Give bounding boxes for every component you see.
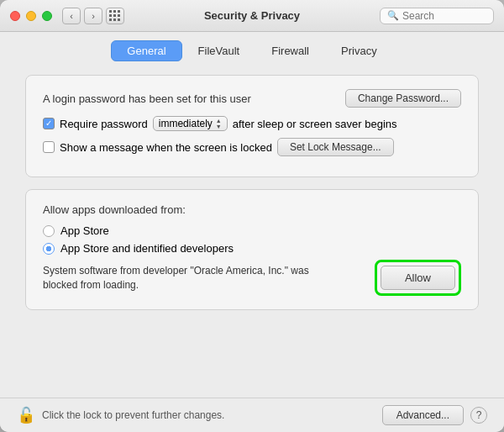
show-message-checkbox[interactable]	[43, 141, 55, 153]
window: ‹ › Security & Privacy 🔍 General FileVau…	[0, 0, 504, 432]
bottom-right: Advanced... ?	[382, 405, 487, 425]
search-box[interactable]: 🔍	[380, 8, 494, 24]
maximize-button[interactable]	[42, 11, 52, 21]
lock-icon[interactable]: 🔓	[17, 406, 35, 424]
tab-general[interactable]: General	[111, 40, 181, 61]
tab-filevault[interactable]: FileVault	[182, 40, 256, 61]
tab-privacy[interactable]: Privacy	[325, 40, 393, 61]
appstore-identified-label: App Store and identified developers	[60, 242, 234, 255]
login-text: A login password has been set for this u…	[43, 92, 251, 105]
appstore-label: App Store	[60, 224, 109, 237]
tabs-bar: General FileVault Firewall Privacy	[0, 32, 504, 61]
main-panel: A login password has been set for this u…	[0, 61, 504, 398]
appstore-radio[interactable]	[43, 225, 55, 237]
nav-buttons: ‹ ›	[62, 8, 102, 24]
after-sleep-label: after sleep or screen saver begins	[233, 118, 397, 130]
allow-title: Allow apps downloaded from:	[43, 203, 461, 216]
login-row: A login password has been set for this u…	[43, 89, 461, 108]
allow-section: Allow apps downloaded from: App Store Ap…	[25, 189, 479, 310]
grid-icon	[109, 10, 121, 22]
password-timing-dropdown[interactable]: immediately ▲ ▼	[153, 116, 228, 131]
close-button[interactable]	[10, 11, 20, 21]
tab-firewall[interactable]: Firewall	[255, 40, 325, 61]
allow-button-highlight: Allow	[375, 260, 461, 296]
dropdown-arrows-icon: ▲ ▼	[216, 118, 222, 129]
oracle-row: System software from developer "Oracle A…	[43, 260, 461, 296]
minimize-button[interactable]	[26, 11, 36, 21]
allow-button[interactable]: Allow	[381, 266, 455, 290]
back-button[interactable]: ‹	[62, 8, 81, 24]
dropdown-value: immediately	[159, 118, 213, 129]
lock-text: Click the lock to prevent further change…	[42, 409, 224, 421]
content-area: General FileVault Firewall Privacy A log…	[0, 32, 504, 398]
appstore-identified-radio[interactable]	[43, 243, 55, 255]
advanced-button[interactable]: Advanced...	[382, 405, 464, 425]
change-password-button[interactable]: Change Password...	[345, 89, 461, 108]
forward-button[interactable]: ›	[84, 8, 102, 24]
help-button[interactable]: ?	[470, 407, 487, 424]
show-message-row: Show a message when the screen is locked…	[43, 138, 461, 156]
appstore-radio-row: App Store	[43, 224, 461, 237]
oracle-text: System software from developer "Oracle A…	[43, 264, 312, 292]
set-lock-message-button[interactable]: Set Lock Message...	[277, 138, 394, 156]
appstore-identified-radio-row: App Store and identified developers	[43, 242, 461, 255]
login-section: A login password has been set for this u…	[25, 75, 479, 177]
window-title: Security & Privacy	[204, 9, 300, 22]
grid-button[interactable]	[106, 8, 124, 24]
search-input[interactable]	[402, 10, 486, 22]
traffic-lights	[10, 11, 52, 21]
require-row: ✓ Require password immediately ▲ ▼ after…	[43, 116, 461, 131]
require-password-label: Require password	[60, 118, 148, 130]
search-icon: 🔍	[387, 10, 399, 21]
show-message-label: Show a message when the screen is locked	[60, 141, 272, 154]
titlebar: ‹ › Security & Privacy 🔍	[0, 0, 504, 32]
bottom-bar: 🔓 Click the lock to prevent further chan…	[0, 398, 504, 432]
lock-area: 🔓 Click the lock to prevent further chan…	[17, 406, 224, 424]
checkmark-icon: ✓	[45, 119, 52, 128]
require-password-checkbox[interactable]: ✓	[43, 118, 55, 129]
